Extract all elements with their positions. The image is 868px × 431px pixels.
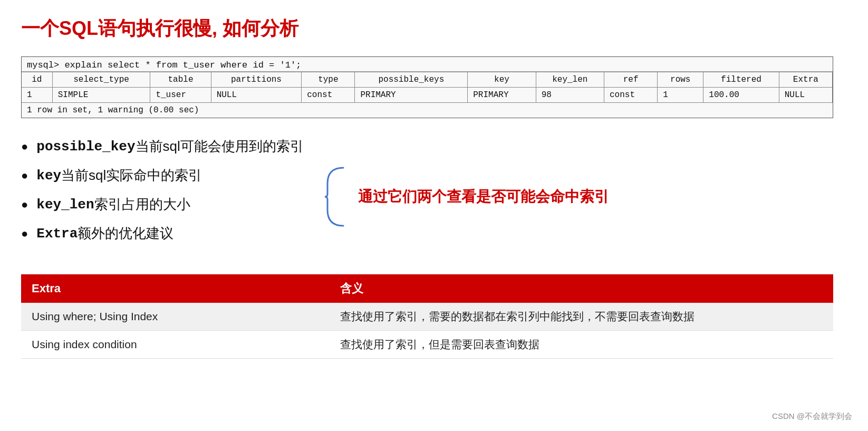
bullet-item-2: key_len 索引占用的大小 xyxy=(21,195,304,214)
table-cell: PRIMARY xyxy=(468,88,536,103)
extra-table-wrapper: Extra含义 Using where; Using Index查找使用了索引，… xyxy=(21,274,833,359)
column-header-key: key xyxy=(468,72,536,88)
watermark: CSDN @不会就学到会 xyxy=(772,411,852,422)
bullets-col: possible_key 当前sql可能会使用到的索引key 当前sql实际命中… xyxy=(21,137,304,269)
table-cell: NULL xyxy=(211,88,302,103)
extra-cell: Using index condition xyxy=(21,331,330,359)
extra-cell: 查找使用了索引，需要的数据都在索引列中能找到，不需要回表查询数据 xyxy=(330,303,833,331)
extra-header-含义: 含义 xyxy=(330,274,833,303)
table-cell: t_user xyxy=(150,88,211,103)
sql-line: mysql> explain select * from t_user wher… xyxy=(22,57,833,72)
page-title: 一个SQL语句执行很慢, 如何分析 xyxy=(21,16,847,42)
table-cell: PRIMARY xyxy=(355,88,468,103)
column-header-filtered: filtered xyxy=(703,72,779,88)
extra-row-0: Using where; Using Index查找使用了索引，需要的数据都在索… xyxy=(21,303,833,331)
extra-table-body: Using where; Using Index查找使用了索引，需要的数据都在索… xyxy=(21,303,833,359)
code-block: mysql> explain select * from t_user wher… xyxy=(21,56,833,118)
column-header-select_type: select_type xyxy=(52,72,150,88)
table-cell: 1 xyxy=(658,88,703,103)
column-header-rows: rows xyxy=(658,72,703,88)
table-data-row: 1SIMPLEt_userNULLconstPRIMARYPRIMARY98co… xyxy=(22,88,833,103)
column-header-type: type xyxy=(302,72,355,88)
column-header-partitions: partitions xyxy=(211,72,302,88)
result-footer: 1 row in set, 1 warning (0.00 sec) xyxy=(22,103,833,118)
annotation-col: 通过它们两个查看是否可能会命中索引 xyxy=(320,162,609,231)
extra-header-Extra: Extra xyxy=(21,274,330,303)
table-cell: const xyxy=(302,88,355,103)
bullet-item-3: Extra 额外的优化建议 xyxy=(21,224,304,243)
table-cell: const xyxy=(604,88,657,103)
explain-table: idselect_typetablepartitionstypepossible… xyxy=(22,72,833,103)
annotation-text: 通过它们两个查看是否可能会命中索引 xyxy=(358,187,609,207)
extra-cell: 查找使用了索引，但是需要回表查询数据 xyxy=(330,331,833,359)
column-header-ref: ref xyxy=(604,72,657,88)
table-cell: NULL xyxy=(779,88,832,103)
bracket-icon xyxy=(320,162,349,231)
table-cell: 98 xyxy=(536,88,604,103)
column-header-key_len: key_len xyxy=(536,72,604,88)
table-cell: SIMPLE xyxy=(52,88,150,103)
extra-cell: Using where; Using Index xyxy=(21,303,330,331)
bullet-item-0: possible_key 当前sql可能会使用到的索引 xyxy=(21,137,304,156)
column-header-table: table xyxy=(150,72,211,88)
extra-row-1: Using index condition查找使用了索引，但是需要回表查询数据 xyxy=(21,331,833,359)
bullets-and-annotation: possible_key 当前sql可能会使用到的索引key 当前sql实际命中… xyxy=(21,137,847,269)
bullet-list: possible_key 当前sql可能会使用到的索引key 当前sql实际命中… xyxy=(21,137,304,253)
extra-table: Extra含义 Using where; Using Index查找使用了索引，… xyxy=(21,274,833,359)
table-header-row: idselect_typetablepartitionstypepossible… xyxy=(22,72,833,88)
column-header-possible_keys: possible_keys xyxy=(355,72,468,88)
column-header-id: id xyxy=(22,72,52,88)
table-cell: 100.00 xyxy=(703,88,779,103)
bullet-item-1: key 当前sql实际命中的索引 xyxy=(21,166,304,185)
table-cell: 1 xyxy=(22,88,52,103)
extra-table-header: Extra含义 xyxy=(21,274,833,303)
column-header-Extra: Extra xyxy=(779,72,832,88)
